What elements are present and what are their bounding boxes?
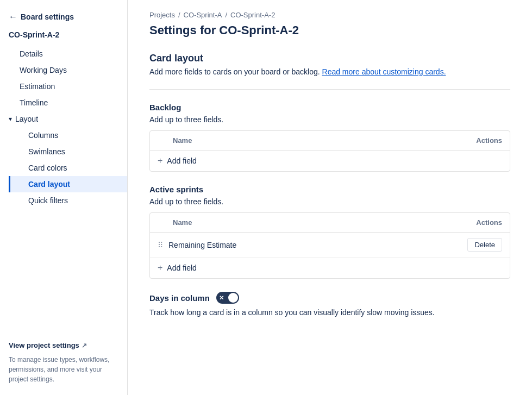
active-sprints-table-header: Name Actions [150, 213, 510, 233]
sidebar-item-working-days[interactable]: Working Days [0, 62, 127, 78]
backlog-table-header: Name Actions [150, 131, 510, 151]
backlog-desc: Add up to three fields. [149, 115, 510, 124]
view-project-settings-label: View project settings [9, 341, 79, 349]
card-layout-desc: Add more fields to cards on your board o… [149, 67, 510, 76]
back-label: Board settings [21, 12, 74, 21]
backlog-header-name: Name [173, 136, 192, 145]
active-sprints-title: Active sprints [149, 185, 510, 194]
sidebar-item-timeline[interactable]: Timeline [0, 95, 127, 111]
breadcrumb-sep-1: / [178, 11, 180, 19]
table-row: ⠿ Remaining Estimate Delete [150, 233, 510, 258]
sidebar-item-working-days-label: Working Days [20, 66, 67, 74]
divider-1 [149, 89, 510, 90]
sidebar-item-swimlanes[interactable]: Swimlanes [9, 143, 127, 160]
days-in-column-section: Days in column ✕ Track how long a card i… [149, 292, 510, 317]
drag-handle-icon[interactable]: ⠿ [158, 241, 163, 249]
days-in-column-desc: Track how long a card is in a column so … [149, 308, 510, 317]
toggle-x-icon: ✕ [219, 294, 224, 302]
sidebar-item-swimlanes-label: Swimlanes [28, 147, 65, 156]
sidebar-item-quick-filters-label: Quick filters [28, 196, 68, 205]
view-project-settings-link[interactable]: View project settings ↗ [0, 333, 127, 353]
sidebar-item-estimation[interactable]: Estimation [0, 78, 127, 95]
backlog-title: Backlog [149, 103, 510, 112]
sidebar-item-estimation-label: Estimation [20, 82, 55, 91]
backlog-add-field-label: Add field [167, 156, 196, 165]
sidebar-item-details-label: Details [20, 49, 43, 58]
active-sprints-add-field-label: Add field [167, 264, 196, 272]
back-arrow-icon: ← [9, 12, 17, 22]
plus-icon-backlog: + [158, 156, 162, 166]
backlog-add-field[interactable]: + Add field [150, 151, 510, 171]
sidebar-item-card-layout-label: Card layout [28, 180, 70, 189]
sidebar-item-columns[interactable]: Columns [9, 127, 127, 143]
sidebar-sub-items: Columns Swimlanes Card colors Card layou… [0, 127, 127, 209]
breadcrumb-co-sprint-a-2[interactable]: CO-Sprint-A-2 [230, 11, 275, 19]
breadcrumb-co-sprint-a[interactable]: CO-Sprint-A [184, 11, 222, 19]
sidebar: ← Board settings CO-Sprint-A-2 Details W… [0, 0, 128, 395]
customize-cards-link[interactable]: Read more about customizing cards. [322, 67, 446, 76]
days-in-column-toggle[interactable]: ✕ [216, 292, 239, 304]
external-link-icon: ↗ [82, 342, 87, 349]
chevron-down-icon: ▾ [9, 115, 12, 123]
plus-icon-active-sprints: + [158, 263, 162, 273]
backlog-table: Name Actions + Add field [149, 130, 510, 172]
sidebar-item-quick-filters[interactable]: Quick filters [9, 192, 127, 209]
remaining-estimate-label: Remaining Estimate [168, 241, 236, 249]
breadcrumb-sep-2: / [225, 11, 227, 19]
days-in-column-title: Days in column [149, 293, 210, 303]
project-title: CO-Sprint-A-2 [0, 28, 127, 46]
breadcrumb-projects[interactable]: Projects [149, 11, 175, 19]
sidebar-item-details[interactable]: Details [0, 46, 127, 62]
breadcrumb: Projects / CO-Sprint-A / CO-Sprint-A-2 [149, 11, 510, 19]
sidebar-layout-section[interactable]: ▾ Layout [0, 111, 127, 127]
toggle-knob [228, 293, 238, 303]
page-title: Settings for CO-Sprint-A-2 [149, 23, 510, 37]
active-sprints-desc: Add up to three fields. [149, 197, 510, 206]
active-sprints-table: Name Actions ⠿ Remaining Estimate Delete… [149, 212, 510, 279]
sidebar-layout-label: Layout [15, 115, 38, 123]
days-title-row: Days in column ✕ [149, 292, 510, 304]
view-project-desc: To manage issue types, workflows, permis… [0, 353, 127, 386]
field-row-left: ⠿ Remaining Estimate [158, 241, 236, 249]
backlog-header-actions: Actions [476, 136, 502, 145]
sidebar-item-timeline-label: Timeline [20, 98, 48, 107]
sidebar-item-columns-label: Columns [28, 131, 58, 140]
sidebar-item-card-colors-label: Card colors [28, 164, 67, 172]
sidebar-item-card-layout[interactable]: Card layout [9, 176, 127, 192]
back-button[interactable]: ← Board settings [0, 9, 127, 28]
active-sprints-header-name: Name [173, 218, 192, 227]
main-content: Projects / CO-Sprint-A / CO-Sprint-A-2 S… [128, 0, 532, 395]
card-layout-title: Card layout [149, 53, 510, 64]
delete-remaining-estimate-button[interactable]: Delete [467, 238, 502, 252]
active-sprints-add-field[interactable]: + Add field [150, 258, 510, 278]
active-sprints-header-actions: Actions [476, 218, 502, 227]
sidebar-item-card-colors[interactable]: Card colors [9, 160, 127, 176]
